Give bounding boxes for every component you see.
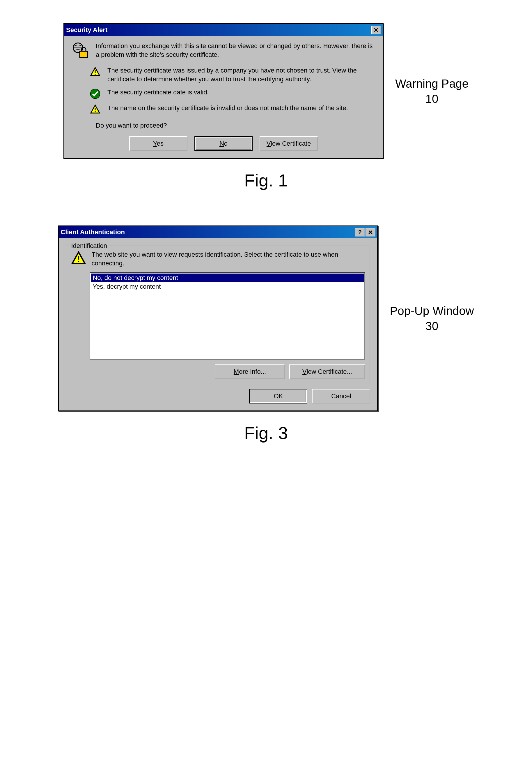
identification-group: Identification The web site you want to …	[66, 246, 370, 384]
side-annotation-line1: Pop-Up Window	[390, 303, 474, 319]
close-icon[interactable]	[366, 228, 376, 237]
no-button[interactable]: No	[194, 136, 253, 151]
title-text: Client Authentication	[61, 228, 354, 236]
more-info-label: More Info...	[234, 368, 266, 376]
proceed-text: Do you want to proceed?	[96, 122, 376, 129]
figure-caption: Fig. 1	[244, 170, 288, 191]
figure-caption: Fig. 3	[244, 423, 288, 443]
list-item[interactable]: Yes, decrypt my content	[91, 282, 364, 291]
view-certificate-label: View Certificate	[267, 140, 311, 147]
cancel-button[interactable]: Cancel	[312, 389, 370, 403]
group-title: Identification	[69, 242, 109, 250]
side-annotation-line2: 30	[390, 319, 474, 334]
side-annotation-line1: Warning Page	[395, 76, 468, 91]
list-item[interactable]: No, do not decrypt my content	[91, 274, 364, 282]
yes-button-label: Yes	[153, 140, 163, 147]
title-text: Security Alert	[66, 26, 370, 34]
side-annotation: Warning Page 10	[395, 76, 468, 106]
svg-rect-1	[80, 51, 88, 57]
ok-button[interactable]: OK	[249, 389, 307, 403]
cert-name-text: The name on the security certificate is …	[108, 104, 348, 115]
ok-label: OK	[274, 392, 283, 400]
view-certificate-button[interactable]: View Certificate...	[289, 365, 365, 379]
warning-icon	[90, 104, 101, 115]
cert-issuer-text: The security certificate was issued by a…	[108, 66, 376, 83]
client-auth-dialog: Client Authentication ? Identification	[58, 226, 378, 411]
intro-text: Information you exchange with this site …	[96, 42, 376, 59]
dialog-body: Information you exchange with this site …	[64, 36, 383, 158]
svg-rect-8	[78, 261, 79, 262]
lock-globe-icon	[71, 42, 90, 59]
svg-rect-6	[95, 111, 96, 112]
cert-name-row: The name on the security certificate is …	[90, 104, 376, 115]
close-icon[interactable]	[371, 26, 381, 34]
certificate-listbox[interactable]: No, do not decrypt my content Yes, decry…	[90, 273, 365, 360]
checkmark-icon	[90, 89, 101, 99]
cert-issuer-row: The security certificate was issued by a…	[90, 66, 376, 83]
svg-rect-7	[78, 256, 79, 260]
instructions-text: The web site you want to view requests i…	[91, 250, 365, 268]
cert-date-text: The security certificate date is valid.	[108, 88, 209, 99]
warning-icon	[71, 251, 86, 266]
yes-button[interactable]: Yes	[129, 136, 187, 151]
more-info-button[interactable]: More Info...	[215, 365, 285, 379]
cert-date-row: The security certificate date is valid.	[90, 88, 376, 99]
titlebar: Client Authentication ?	[59, 226, 377, 238]
dialog-body: Identification The web site you want to …	[59, 238, 377, 410]
svg-rect-2	[95, 70, 96, 73]
side-annotation-line2: 10	[395, 91, 468, 106]
svg-rect-5	[95, 108, 96, 110]
titlebar: Security Alert	[64, 24, 383, 36]
warning-icon	[90, 67, 101, 77]
svg-rect-3	[95, 74, 96, 75]
security-alert-dialog: Security Alert	[64, 23, 384, 159]
view-certificate-label: View Certificate...	[302, 368, 352, 376]
cancel-label: Cancel	[331, 392, 351, 400]
side-annotation: Pop-Up Window 30	[390, 303, 474, 334]
view-certificate-button[interactable]: View Certificate	[260, 136, 318, 151]
no-button-label: No	[219, 140, 228, 147]
help-icon[interactable]: ?	[355, 228, 365, 237]
